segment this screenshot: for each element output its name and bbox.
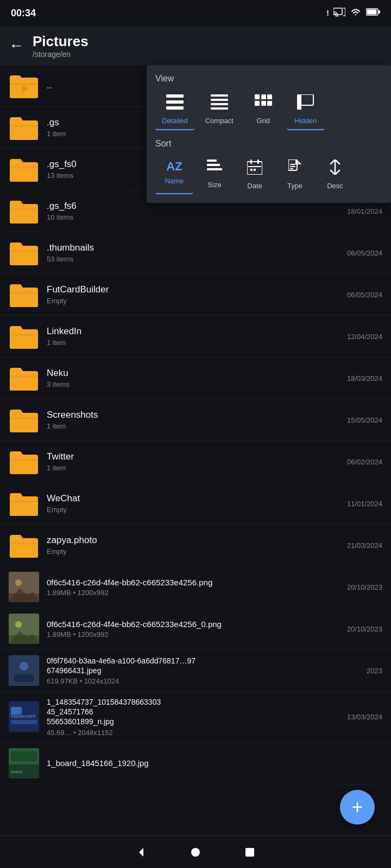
sort-option-name[interactable]: AZ Name bbox=[155, 155, 193, 194]
file-info: 1_148354737_10158437866330345_2457176655… bbox=[47, 697, 343, 737]
wifi-icon bbox=[350, 7, 362, 19]
file-date: 18/03/2024 bbox=[347, 374, 382, 382]
folder-icon bbox=[9, 321, 39, 352]
svg-rect-24 bbox=[250, 159, 252, 164]
file-info: .gs_fs6 10 items bbox=[47, 201, 343, 221]
add-fab-button[interactable]: + bbox=[340, 790, 375, 825]
sort-option-size[interactable]: Size bbox=[195, 155, 234, 194]
image-thumbnail bbox=[9, 572, 39, 602]
list-item[interactable]: 0f6c5416-c26d-4f4e-bb62-c665233e4256_0.p… bbox=[0, 608, 391, 650]
svg-rect-15 bbox=[261, 101, 266, 106]
image-thumbnail bbox=[9, 614, 39, 644]
view-option-hidden[interactable]: Hidden bbox=[287, 90, 325, 130]
file-info: Twitter 1 item bbox=[47, 451, 343, 472]
svg-rect-19 bbox=[298, 106, 301, 110]
compact-label: Compact bbox=[205, 117, 234, 125]
svg-rect-36 bbox=[10, 83, 38, 85]
file-name: zapya.photo bbox=[47, 535, 343, 546]
add-icon: + bbox=[351, 796, 363, 819]
sort-type-label: Type bbox=[287, 182, 302, 190]
svg-rect-77 bbox=[11, 751, 37, 761]
status-icons: ! bbox=[326, 7, 380, 19]
svg-rect-66 bbox=[9, 635, 39, 644]
svg-rect-62 bbox=[9, 593, 39, 602]
svg-rect-38 bbox=[10, 125, 38, 127]
list-item[interactable]: Mastercard 1_148354737_10158437866330345… bbox=[0, 692, 391, 743]
svg-rect-26 bbox=[248, 166, 261, 167]
svg-rect-2 bbox=[367, 10, 377, 15]
folder-icon bbox=[9, 363, 39, 393]
back-button[interactable]: ← bbox=[9, 37, 24, 54]
list-item[interactable]: 0f6c5416-c26d-4f4e-bb62-c665233e4256.png… bbox=[0, 566, 391, 608]
svg-rect-4 bbox=[166, 94, 184, 98]
list-item[interactable]: 0f6f7640-b3aa-4e6a-a100-6a6dd76817…97674… bbox=[0, 650, 391, 692]
folder-icon bbox=[9, 530, 39, 560]
svg-rect-20 bbox=[207, 159, 217, 162]
sort-option-date[interactable]: Date bbox=[236, 155, 274, 194]
sort-option-type[interactable]: Type bbox=[276, 155, 314, 194]
sort-size-label: Size bbox=[207, 181, 221, 189]
nav-home-button[interactable] bbox=[185, 841, 206, 863]
folder-icon bbox=[9, 196, 39, 226]
list-item[interactable]: zapya.photo Empty 21/03/2024 bbox=[0, 525, 391, 566]
status-time: 00:34 bbox=[11, 8, 36, 19]
nav-recents-button[interactable] bbox=[239, 841, 261, 863]
list-item[interactable]: FutCardBuilder Empty 06/05/2024 bbox=[0, 274, 391, 316]
svg-rect-30 bbox=[290, 164, 295, 165]
file-name: Neku bbox=[47, 368, 343, 379]
compact-icon bbox=[211, 94, 228, 113]
view-option-detailed[interactable]: Detailed bbox=[155, 90, 194, 130]
sort-option-desc[interactable]: Desc bbox=[316, 155, 354, 194]
view-option-grid[interactable]: Grid bbox=[244, 90, 282, 130]
file-info: 0f6f7640-b3aa-4e6a-a100-6a6dd76817…97674… bbox=[47, 656, 362, 685]
nav-back-button[interactable] bbox=[130, 841, 152, 863]
svg-rect-31 bbox=[290, 166, 295, 167]
svg-rect-23 bbox=[247, 162, 262, 175]
svg-rect-46 bbox=[10, 292, 38, 294]
file-name: 1_148354737_10158437866330345_2457176655… bbox=[47, 697, 343, 727]
file-name: 0f6c5416-c26d-4f4e-bb62-c665233e4256_0.p… bbox=[47, 620, 343, 629]
file-date: 2023 bbox=[367, 667, 382, 675]
file-meta: Empty bbox=[47, 547, 343, 556]
svg-rect-81 bbox=[245, 848, 254, 857]
list-item[interactable]: .thumbnails 53 items 06/05/2024 bbox=[0, 232, 391, 274]
svg-rect-54 bbox=[10, 459, 38, 461]
list-item[interactable]: Neku 3 items 18/03/2024 bbox=[0, 358, 391, 399]
svg-rect-73 bbox=[11, 720, 37, 724]
list-item[interactable]: WeChat Empty 11/01/2024 bbox=[0, 483, 391, 525]
battery-icon bbox=[366, 8, 380, 18]
file-name: 0f6c5416-c26d-4f4e-bb62-c665233e4256.png bbox=[47, 578, 343, 587]
svg-rect-52 bbox=[10, 417, 38, 419]
file-info: WeChat Empty bbox=[47, 493, 343, 514]
exclamation-icon: ! bbox=[326, 9, 329, 17]
svg-rect-10 bbox=[211, 107, 228, 110]
view-menu: View Detailed Compa bbox=[147, 65, 391, 203]
cast-icon bbox=[333, 7, 345, 19]
view-option-compact[interactable]: Compact bbox=[199, 90, 240, 130]
list-item[interactable]: Screenshots 1 item 15/05/2024 bbox=[0, 399, 391, 441]
svg-rect-69 bbox=[14, 674, 34, 682]
svg-rect-56 bbox=[10, 501, 38, 503]
file-info: Screenshots 1 item bbox=[47, 410, 343, 430]
svg-rect-9 bbox=[211, 103, 228, 105]
svg-point-60 bbox=[15, 579, 22, 586]
list-item[interactable]: board 1_board_1845166_1920.jpg bbox=[0, 743, 391, 784]
svg-rect-21 bbox=[207, 164, 220, 166]
view-section-title: View bbox=[155, 74, 382, 84]
list-item[interactable]: LinkedIn 1 item 12/04/2024 bbox=[0, 316, 391, 358]
folder-icon bbox=[9, 488, 39, 519]
bottom-bar bbox=[0, 835, 391, 868]
folder-icon bbox=[9, 238, 39, 268]
file-meta: 619.97KB • 1024x1024 bbox=[47, 677, 362, 685]
list-item[interactable]: Twitter 1 item 06/02/2024 bbox=[0, 441, 391, 483]
sort-date-label: Date bbox=[247, 182, 262, 190]
file-meta: 1 item bbox=[47, 422, 343, 430]
svg-rect-50 bbox=[10, 375, 38, 378]
file-date: 13/03/2024 bbox=[347, 713, 382, 721]
svg-point-68 bbox=[20, 662, 28, 671]
file-name: 1_board_1845166_1920.jpg bbox=[47, 758, 382, 768]
image-thumbnail bbox=[9, 655, 39, 686]
file-meta: 1 item bbox=[47, 339, 343, 347]
svg-rect-14 bbox=[255, 101, 260, 106]
file-date: 20/10/2023 bbox=[347, 625, 382, 633]
